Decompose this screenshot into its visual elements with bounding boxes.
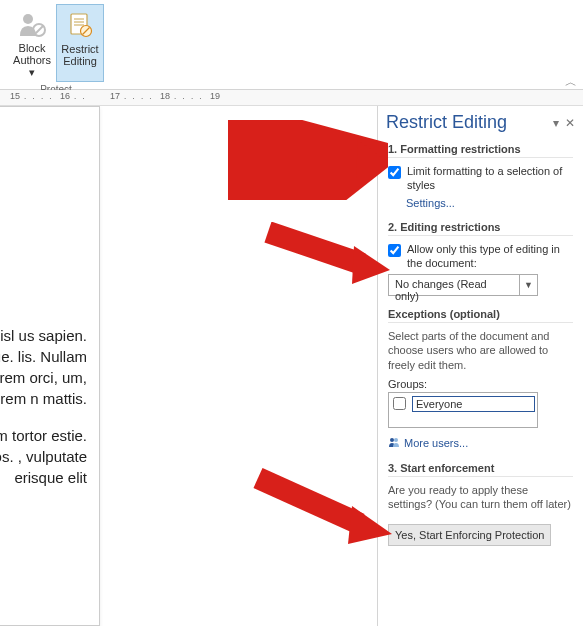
groups-listbox[interactable]: Everyone (388, 392, 538, 428)
start-enforcement-section: 3. Start enforcement Are you ready to ap… (378, 462, 583, 558)
group-everyone-checkbox[interactable] (393, 397, 406, 410)
chevron-down-icon: ▼ (519, 275, 537, 295)
ruler-mark: 18 (160, 91, 170, 101)
ribbon-group-protect: Block Authors ▾ Restrict Editing Protect (8, 4, 104, 95)
section-heading: 1. Formatting restrictions (388, 143, 573, 158)
start-enforcing-button[interactable]: Yes, Start Enforcing Protection (388, 524, 551, 546)
section-heading: Exceptions (optional) (388, 308, 573, 323)
more-users-link[interactable]: More users... (388, 436, 573, 450)
ruler-mark: 16 (60, 91, 70, 101)
block-authors-button[interactable]: Block Authors ▾ (8, 4, 56, 82)
groups-label: Groups: (388, 378, 573, 390)
ribbon-collapse-chevron[interactable]: ︿ (565, 74, 577, 91)
ruler[interactable]: 15 · · · · 16 · · 17 · · · · 18 · · · · … (0, 90, 583, 106)
svg-point-9 (390, 438, 394, 442)
ruler-mark: 19 (210, 91, 220, 101)
block-authors-label: Block Authors ▾ (13, 42, 51, 78)
ruler-mark: 15 (10, 91, 20, 101)
exceptions-description: Select parts of the document and choose … (388, 329, 573, 372)
formatting-restrictions-section: 1. Formatting restrictions Limit formatt… (378, 143, 583, 221)
restrict-editing-icon (64, 9, 96, 41)
document-page[interactable]: aoreet nisl us sapien. lentesque. lis. N… (0, 106, 100, 626)
pane-menu-icon[interactable]: ▾ (553, 116, 559, 130)
exceptions-section: Exceptions (optional) Select parts of th… (378, 308, 583, 462)
workspace: aoreet nisl us sapien. lentesque. lis. N… (0, 106, 583, 626)
group-everyone-label: Everyone (412, 396, 535, 412)
limit-formatting-label: Limit formatting to a selection of style… (407, 164, 573, 193)
document-area: aoreet nisl us sapien. lentesque. lis. N… (0, 106, 377, 626)
restrict-editing-label: Restrict Editing (61, 43, 98, 67)
block-authors-icon (16, 8, 48, 40)
section-heading: 3. Start enforcement (388, 462, 573, 477)
limit-formatting-checkbox[interactable] (388, 166, 401, 179)
pane-title: Restrict Editing (386, 112, 507, 133)
ribbon: Block Authors ▾ Restrict Editing Protect (0, 0, 583, 90)
settings-link[interactable]: Settings... (406, 197, 573, 209)
restrict-editing-pane: Restrict Editing ▾ ✕ 1. Formatting restr… (377, 106, 583, 626)
document-text: aoreet nisl us sapien. lentesque. lis. N… (0, 125, 87, 488)
editing-type-value: No changes (Read only) (389, 275, 519, 295)
allow-only-editing-label: Allow only this type of editing in the d… (407, 242, 573, 271)
svg-line-2 (35, 26, 43, 34)
ruler-mark: 17 (110, 91, 120, 101)
pane-close-icon[interactable]: ✕ (565, 116, 575, 130)
editing-type-select[interactable]: No changes (Read only) ▼ (388, 274, 538, 296)
svg-point-10 (394, 438, 398, 442)
enforcement-description: Are you ready to apply these settings? (… (388, 483, 573, 512)
svg-point-0 (23, 14, 33, 24)
pane-header: Restrict Editing ▾ ✕ (378, 106, 583, 143)
section-heading: 2. Editing restrictions (388, 221, 573, 236)
editing-restrictions-section: 2. Editing restrictions Allow only this … (378, 221, 583, 309)
restrict-editing-button[interactable]: Restrict Editing (56, 4, 104, 82)
allow-only-editing-checkbox[interactable] (388, 244, 401, 257)
users-icon (388, 436, 400, 450)
